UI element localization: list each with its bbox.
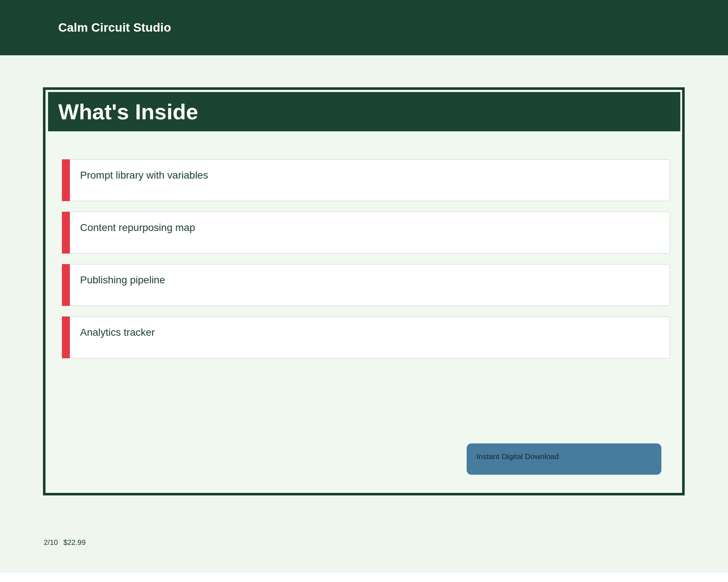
brand-title: Calm Circuit Studio	[58, 21, 171, 35]
red-accent-bar	[62, 264, 70, 306]
list-item-box: Prompt library with variables	[70, 159, 670, 201]
product-card: What's Inside Prompt library with variab…	[43, 87, 685, 495]
list-item: Content repurposing map	[62, 212, 670, 254]
list-item: Analytics tracker	[62, 316, 670, 358]
card-title: What's Inside	[48, 99, 198, 124]
page-footer: 2/10 $22.99	[44, 538, 86, 547]
badge-label: Instant Digital Download	[467, 443, 661, 461]
price: $22.99	[63, 538, 86, 547]
list-item-label: Content repurposing map	[70, 212, 670, 234]
list-item-box: Analytics tracker	[70, 316, 670, 358]
list-item: Prompt library with variables	[62, 159, 670, 201]
card-header: What's Inside	[48, 92, 680, 131]
page-indicator: 2/10	[44, 538, 58, 547]
list-item-label: Publishing pipeline	[70, 264, 670, 286]
list-item-box: Publishing pipeline	[70, 264, 670, 306]
bottom-strip	[0, 573, 728, 582]
red-accent-bar	[62, 316, 70, 358]
list-item-label: Analytics tracker	[70, 317, 670, 338]
instant-download-badge[interactable]: Instant Digital Download	[467, 443, 661, 475]
red-accent-bar	[62, 159, 70, 201]
app-header: Calm Circuit Studio	[0, 0, 728, 55]
list-item-box: Content repurposing map	[70, 212, 670, 254]
list-item-label: Prompt library with variables	[70, 160, 670, 181]
feature-list: Prompt library with variables Content re…	[46, 159, 682, 358]
red-accent-bar	[62, 212, 70, 254]
list-item: Publishing pipeline	[62, 264, 670, 306]
